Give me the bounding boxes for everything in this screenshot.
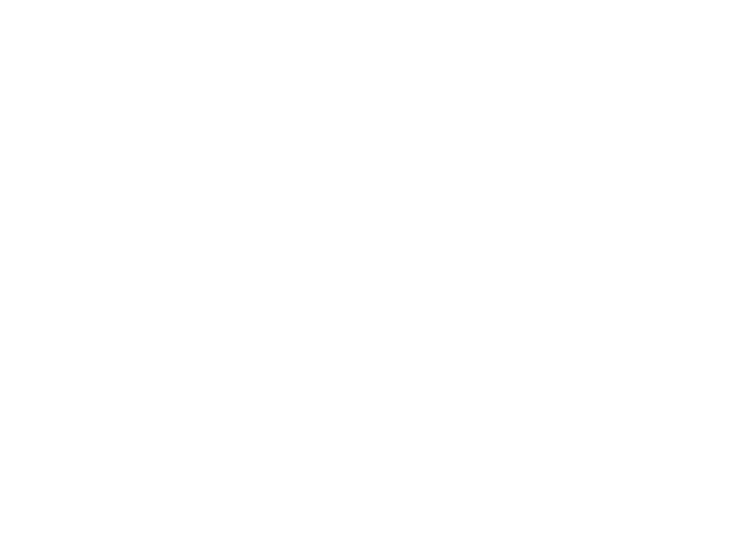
roc-chart	[0, 0, 747, 560]
chart-container	[0, 0, 747, 560]
